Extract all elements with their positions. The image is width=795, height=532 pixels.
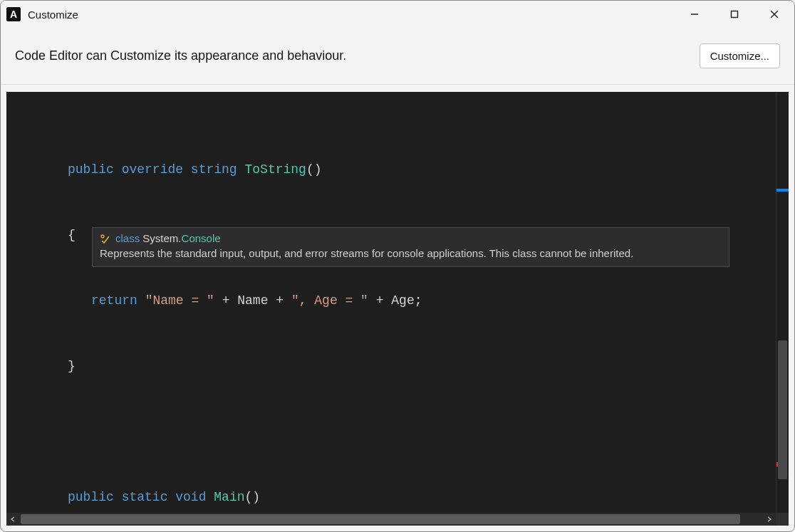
window-title: Customize <box>28 9 78 21</box>
customize-button[interactable]: Customize... <box>700 43 780 68</box>
keyword: public <box>68 490 114 504</box>
keyword: override <box>122 162 183 177</box>
type-name: ToString <box>244 162 306 177</box>
keyword: string <box>191 162 237 177</box>
code-surface[interactable]: public override string ToString() { retu… <box>14 92 776 513</box>
gutter <box>6 92 14 513</box>
brace: { <box>68 228 76 242</box>
h-scroll-thumb[interactable] <box>21 514 740 524</box>
maximize-button[interactable] <box>715 1 754 28</box>
keyword: void <box>175 490 206 504</box>
tooltip-class: Console <box>182 232 221 244</box>
info-banner: Code Editor can Customize its appearance… <box>1 28 794 85</box>
h-scroll-right-arrow-icon[interactable] <box>763 513 776 526</box>
v-scroll-thumb[interactable] <box>778 340 787 479</box>
punct: () <box>306 162 322 177</box>
app-icon: A <box>6 7 21 21</box>
h-scroll-left-arrow-icon[interactable] <box>6 513 19 526</box>
minimize-button[interactable] <box>675 1 715 28</box>
string: "Name = " <box>145 293 214 308</box>
scrollbar-corner <box>776 513 789 526</box>
keyword: return <box>91 293 137 308</box>
code-editor[interactable]: public override string ToString() { retu… <box>6 92 789 526</box>
string: ", Age = " <box>291 293 368 308</box>
info-banner-text: Code Editor can Customize its appearance… <box>15 48 700 63</box>
close-icon <box>770 10 779 19</box>
title-bar: A Customize <box>1 1 794 28</box>
close-button[interactable] <box>754 1 794 28</box>
minimize-icon <box>690 10 699 19</box>
tooltip-body: Represents the standard input, output, a… <box>100 247 722 259</box>
lightbulb-icon <box>100 233 111 244</box>
keyword: static <box>122 490 168 504</box>
overview-ruler[interactable] <box>776 92 789 513</box>
keyword: public <box>68 162 114 177</box>
tooltip-keyword: class <box>115 232 140 244</box>
svg-rect-0 <box>732 11 738 18</box>
type-name: Main <box>214 490 244 504</box>
h-scrollbar[interactable] <box>6 513 776 526</box>
svg-point-1 <box>101 235 104 238</box>
maximize-icon <box>730 10 739 19</box>
tooltip-namespace: System. <box>142 232 181 244</box>
brace: } <box>68 359 76 373</box>
hover-tooltip: class System.Console Represents the stan… <box>92 227 729 267</box>
caret-marker <box>776 189 789 192</box>
